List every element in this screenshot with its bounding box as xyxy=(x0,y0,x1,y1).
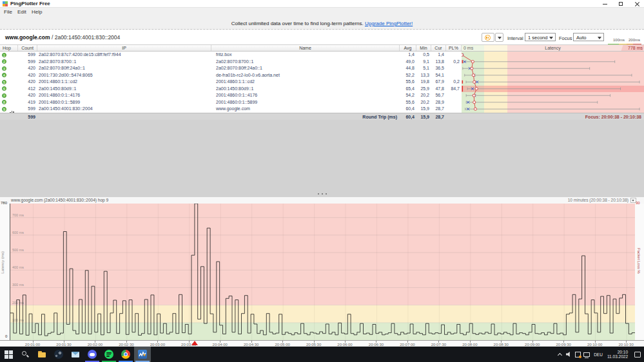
latency-timeline-plot[interactable]: 700 ms600 ms500 ms400 ms300 ms200 ms100 … xyxy=(10,204,634,340)
discord-icon xyxy=(88,350,97,359)
col-header-pl[interactable]: PL% xyxy=(446,45,462,51)
col-header-latency[interactable]: 0 ms Latency 778 ms xyxy=(462,45,644,51)
action-center-icon[interactable] xyxy=(631,347,644,362)
cell-name: www.google.com xyxy=(211,106,400,113)
cell-min: 0,5 xyxy=(416,52,431,59)
focus-select[interactable]: Auto xyxy=(573,33,604,41)
menu-help[interactable]: Help xyxy=(32,9,42,15)
upgrade-link[interactable]: Upgrade PingPlotter! xyxy=(365,21,413,26)
taskbar-steam[interactable] xyxy=(50,347,67,362)
table-row-hop-5[interactable]: 54202001:4860:1:1::cd22001:4860:1:1::cd2… xyxy=(0,79,644,86)
svg-text:200 ms: 200 ms xyxy=(12,301,24,305)
table-row-hop-1[interactable]: 15992a02:8070:87c7:4200:de15:c8ff:fef7:f… xyxy=(0,52,644,59)
taskbar-search[interactable] xyxy=(17,347,34,362)
taskbar-discord[interactable] xyxy=(84,347,101,362)
start-button[interactable] xyxy=(0,347,17,362)
taskbar-spotify[interactable] xyxy=(101,347,117,362)
target-host: www.google.com xyxy=(5,34,50,41)
cell-packet-loss xyxy=(446,106,462,113)
tray-chevron-icon[interactable] xyxy=(555,347,564,362)
hop-number-badge: 7 xyxy=(2,93,6,98)
cell-packet-loss: 84,7 xyxy=(446,86,462,93)
trace-target[interactable]: www.google.com / 2a00:1450:4001:830::200… xyxy=(5,34,120,41)
network-icon[interactable] xyxy=(582,347,591,362)
pause-icon xyxy=(485,35,491,41)
taskbar-mail[interactable] xyxy=(67,347,84,362)
menu-file[interactable]: File xyxy=(4,9,12,15)
cell-cur: 67,9 xyxy=(431,79,446,86)
cell-count: 412 xyxy=(18,86,37,93)
cell-min: 13,3 xyxy=(416,72,431,79)
cell-ip: 2001:4860:0:1::4176 xyxy=(37,92,211,99)
cell-cur: 1,4 xyxy=(431,52,446,59)
svg-text:400 ms: 400 ms xyxy=(12,265,24,269)
timeline-header: www.google.com (2a00:1450:4001:830::2004… xyxy=(0,197,644,204)
cell-ip: 2a00:1450:80d9::1 xyxy=(37,86,211,93)
round-trip-avg: 60,4 xyxy=(400,113,416,120)
round-trip-row[interactable]: 599 Round Trip (ms) 60,4 15,9 28,7 Focus… xyxy=(0,113,644,120)
col-header-hop[interactable]: Hop xyxy=(0,45,18,51)
menu-edit[interactable]: Edit xyxy=(17,9,26,15)
scale-200ms-label: 200ms xyxy=(629,38,640,42)
svg-text:700 ms: 700 ms xyxy=(12,213,24,217)
cell-ip: 2a02:8070:87c7:4200:de15:c8ff:fef7:f944 xyxy=(37,52,211,59)
cell-avg: 1,4 xyxy=(400,52,416,59)
y-axis-max: 780 xyxy=(1,201,7,205)
taskbar-clock[interactable]: 20:10 11.03.2022 xyxy=(605,347,631,362)
interval-select[interactable]: 1 second xyxy=(525,33,556,41)
menu-bar: File Edit Help xyxy=(0,8,644,16)
taskbar-file-explorer[interactable] xyxy=(34,347,50,362)
latency-scale-max: 778 ms xyxy=(628,45,643,52)
hop-number-badge: 8 xyxy=(2,100,6,104)
col-header-avg[interactable]: Avg xyxy=(400,45,416,51)
taskbar-chrome[interactable] xyxy=(117,347,134,362)
pause-button[interactable] xyxy=(482,33,494,42)
maximize-button[interactable] xyxy=(614,0,629,8)
cell-min: 20,2 xyxy=(416,92,431,99)
col-header-ip[interactable]: IP xyxy=(37,45,211,51)
volume-icon[interactable] xyxy=(564,347,573,362)
pingplotter-window: PingPlotter Free File Edit Help Collect … xyxy=(0,0,644,362)
round-trip-min: 15,9 xyxy=(416,113,431,120)
timeline-shown-icon xyxy=(10,107,15,111)
cell-name: de-fra01b-rc2-lo0-0.v6.aorta.net xyxy=(211,72,400,79)
cell-avg: 65,4 xyxy=(400,86,416,93)
close-button[interactable] xyxy=(630,0,644,8)
app-icon xyxy=(3,1,8,6)
col-header-count[interactable]: Count xyxy=(18,45,37,51)
tray-app-icon[interactable] xyxy=(573,347,582,362)
chrome-icon xyxy=(121,350,130,359)
table-row-hop-2[interactable]: 25992a02:8070:8700::12a02:8070:8700::149… xyxy=(0,59,644,66)
cell-min: 9,1 xyxy=(416,59,431,66)
table-row-hop-9[interactable]: 95992a00:1450:4001:830::2004www.google.c… xyxy=(0,106,644,113)
cell-cur: 47,8 xyxy=(431,86,446,93)
taskbar-pingplotter[interactable] xyxy=(134,347,151,362)
cell-ip: 2a02:8070:80ff:24a0::1 xyxy=(37,65,211,72)
cell-avg: 60,4 xyxy=(400,106,416,113)
table-row-hop-3[interactable]: 34202a02:8070:80ff:24a0::12a02:8070:80ff… xyxy=(0,65,644,72)
table-row-hop-8[interactable]: 84192001:4860:0:1::58992001:4860:0:1::58… xyxy=(0,99,644,106)
cell-min: 20,2 xyxy=(416,99,431,106)
interval-label: Interval xyxy=(507,35,523,41)
event-marker-triangle[interactable] xyxy=(191,341,198,345)
pane-splitter[interactable] xyxy=(0,193,644,196)
table-row-hop-6[interactable]: 64122a00:1450:80d9::12a00:1450:80d9::165… xyxy=(0,86,644,93)
cell-min: 19,8 xyxy=(416,79,431,86)
cell-cur: 13,8 xyxy=(431,59,446,66)
table-row-hop-4[interactable]: 44202001:730:2d00::5474:8065de-fra01b-rc… xyxy=(0,72,644,79)
language-indicator[interactable]: DEU xyxy=(591,347,605,362)
hop-number-badge: 4 xyxy=(2,73,6,77)
cell-ip: 2a02:8070:8700::1 xyxy=(37,59,211,66)
pause-dropdown-button[interactable] xyxy=(495,33,503,42)
focus-label: Focus xyxy=(559,35,572,41)
col-header-name[interactable]: Name xyxy=(211,45,400,51)
cell-hop: 5 xyxy=(0,79,18,86)
timeline-svg: 700 ms600 ms500 ms400 ms300 ms200 ms100 … xyxy=(10,204,635,340)
cell-latency-range xyxy=(462,99,644,106)
col-header-cur[interactable]: Cur xyxy=(431,45,446,51)
table-row-hop-7[interactable]: 74202001:4860:0:1::41762001:4860:0:1::41… xyxy=(0,92,644,99)
cell-avg: 55,6 xyxy=(400,79,416,86)
cell-name: 2a02:8070:80ff:24a0::1 xyxy=(211,65,400,72)
col-header-min[interactable]: Min xyxy=(416,45,431,51)
minimize-button[interactable] xyxy=(598,0,612,8)
